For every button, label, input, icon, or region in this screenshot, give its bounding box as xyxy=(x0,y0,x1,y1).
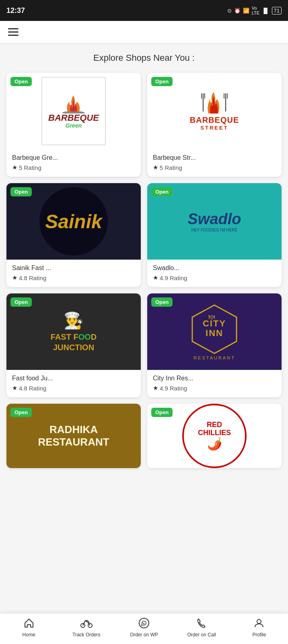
shop-card-cityinn[interactable]: Open CITY INN 🍽 RESTAURANT xyxy=(147,293,282,397)
shop-rating: ★ 4.9 Rating xyxy=(153,384,276,392)
shop-name: Swadlo... xyxy=(153,264,276,272)
signal-icon: ▐▌ xyxy=(262,8,269,14)
nav-label-profile: Profile xyxy=(252,632,266,638)
shop-card-radhika[interactable]: Open RADHIKARESTAURANT xyxy=(6,404,141,468)
wifi-icon: 📶 xyxy=(243,8,249,14)
rating-value: 5 Rating xyxy=(19,164,41,171)
shop-name: Barbeque Str... xyxy=(153,154,276,161)
shop-info: Swadlo... ★ 4.9 Rating xyxy=(147,260,282,287)
rating-value: 4.8 Rating xyxy=(19,275,46,281)
main-content: Explore Shops Near You : Open BARBEQUE G… xyxy=(0,43,288,508)
rating-value: 4.9 Rating xyxy=(160,385,187,392)
person-icon xyxy=(253,617,265,630)
shop-image-wrapper: Open BARBEQUE Green xyxy=(6,73,141,149)
star-icon: ★ xyxy=(12,384,17,392)
lte-label: VoLTE xyxy=(252,6,259,15)
svg-point-16 xyxy=(139,618,149,628)
shop-info: Sainik Fast ... ★ 4.8 Rating xyxy=(6,260,141,287)
status-icons: ⊙ ⏰ 📶 VoLTE ▐▌ 71 xyxy=(227,6,282,15)
open-badge: Open xyxy=(10,187,32,196)
open-badge: Open xyxy=(10,297,32,307)
nav-label-home: Home xyxy=(23,632,35,638)
svg-text:INN: INN xyxy=(206,328,223,338)
shop-rating: ★ 4.8 Rating xyxy=(12,384,135,392)
nav-label-order-call: Order on Call xyxy=(187,632,216,638)
hamburger-line-3 xyxy=(8,35,19,36)
cityinn-sub: RESTAURANT xyxy=(193,355,235,360)
nav-item-order-call[interactable]: Order on Call xyxy=(173,617,230,638)
swadlo-sub: HEY FOODIES I'M HERE xyxy=(191,228,238,232)
svg-text:🍽: 🍽 xyxy=(208,314,215,320)
rating-value: 4.9 Rating xyxy=(160,275,187,281)
shop-image-wrapper: Open Swadlo HEY FOODIES I'M HERE xyxy=(147,183,282,260)
redchillies-circle: REDCHILLIES 🌶️ xyxy=(182,404,247,468)
shop-card-barbeque-green[interactable]: Open BARBEQUE Green Barbeque Gre... xyxy=(6,73,141,177)
alarm-icon: ⏰ xyxy=(234,8,241,14)
radhika-text: RADHIKARESTAURANT xyxy=(38,423,109,448)
shop-rating: ★ 5 Rating xyxy=(153,164,276,171)
barbeque-text: BARBEQUE xyxy=(48,114,99,122)
svg-point-15 xyxy=(85,620,86,621)
status-bar: 12:37 ⊙ ⏰ 📶 VoLTE ▐▌ 71 xyxy=(0,0,288,21)
phone-icon xyxy=(196,617,207,630)
whatsapp-icon xyxy=(138,617,150,630)
open-badge: Open xyxy=(151,187,173,196)
nav-item-home[interactable]: Home xyxy=(0,617,58,638)
section-title: Explore Shops Near You : xyxy=(6,53,282,63)
open-badge: Open xyxy=(151,77,173,86)
shop-info: Barbeque Str... ★ 5 Rating xyxy=(147,149,282,177)
bottom-nav: Home Track Orders Order on WP xyxy=(0,613,288,644)
star-icon: ★ xyxy=(153,274,158,281)
hamburger-line-2 xyxy=(8,31,19,33)
rating-value: 5 Rating xyxy=(160,164,182,171)
green-text: Green xyxy=(66,122,82,129)
bike-icon xyxy=(80,617,93,630)
sainik-text: Sainik xyxy=(45,211,102,233)
hexagon-svg: CITY INN 🍽 xyxy=(188,303,241,355)
svg-point-17 xyxy=(257,619,261,623)
cityinn-hexagon: CITY INN 🍽 xyxy=(188,303,241,355)
shop-rating: ★ 4.9 Rating xyxy=(153,274,276,281)
bbq-street-svg xyxy=(198,91,230,116)
shop-image-wrapper: Open REDCHILLIES 🌶️ xyxy=(147,404,282,468)
status-time: 12:37 xyxy=(6,6,25,15)
star-icon: ★ xyxy=(153,164,158,171)
shop-card-fastfood[interactable]: Open 👨‍🍳 FAST FooDJUNCTION Fast food Ju.… xyxy=(6,293,141,397)
shop-card-barbeque-street[interactable]: Open xyxy=(147,73,282,177)
open-badge: Open xyxy=(10,408,32,417)
fastfood-text: FAST FooDJUNCTION xyxy=(51,332,97,353)
flame-svg xyxy=(62,93,86,114)
nav-item-track-orders[interactable]: Track Orders xyxy=(58,617,115,638)
shop-info: Fast food Ju... ★ 4.8 Rating xyxy=(6,370,141,397)
nav-item-profile[interactable]: Profile xyxy=(230,617,288,638)
shop-grid: Open BARBEQUE Green Barbeque Gre... xyxy=(6,73,282,468)
shop-image-wrapper: Open 👨‍🍳 FAST FooDJUNCTION xyxy=(6,293,141,370)
shop-image-wrapper: Open Sainik xyxy=(6,183,141,260)
chef-icon: 👨‍🍳 xyxy=(64,311,84,330)
star-icon: ★ xyxy=(12,164,17,171)
shop-info: City Inn Res... ★ 4.9 Rating xyxy=(147,370,282,397)
nav-label-order-wp: Order on WP xyxy=(130,632,158,638)
shop-info: Barbeque Gre... ★ 5 Rating xyxy=(6,149,141,177)
shop-image-wrapper: Open RADHIKARESTAURANT xyxy=(6,404,141,468)
shop-name: Fast food Ju... xyxy=(12,375,135,382)
nav-item-order-wp[interactable]: Order on WP xyxy=(115,617,173,638)
open-badge: Open xyxy=(151,297,173,307)
shop-card-redchillies[interactable]: Open REDCHILLIES 🌶️ xyxy=(147,404,282,468)
nav-label-track-orders: Track Orders xyxy=(72,632,101,638)
shop-image-wrapper: Open xyxy=(147,73,282,149)
pepper-icon: 🌶️ xyxy=(207,437,222,451)
shop-card-swadlo[interactable]: Open Swadlo HEY FOODIES I'M HERE Swadlo.… xyxy=(147,183,282,287)
star-icon: ★ xyxy=(153,384,158,392)
hamburger-menu[interactable] xyxy=(8,28,19,36)
swadlo-text: Swadlo xyxy=(187,211,241,228)
shop-card-sainik[interactable]: Open Sainik Sainik Fast ... ★ 4.8 Rating xyxy=(6,183,141,287)
g-icon: ⊙ xyxy=(227,8,232,14)
barbeque-street-text: BARBEQUE xyxy=(190,116,239,125)
shop-name: Barbeque Gre... xyxy=(12,154,135,161)
open-badge: Open xyxy=(10,77,32,86)
rating-value: 4.8 Rating xyxy=(19,385,46,392)
star-icon: ★ xyxy=(12,274,17,281)
hamburger-line-1 xyxy=(8,28,19,29)
header xyxy=(0,21,288,43)
